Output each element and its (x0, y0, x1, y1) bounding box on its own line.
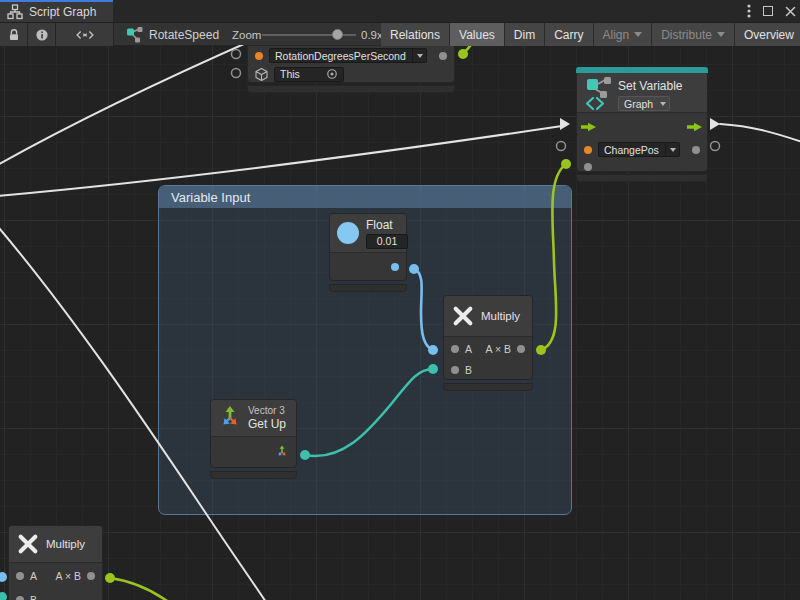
input-port-a[interactable] (451, 345, 459, 353)
graph-hierarchy-icon (7, 4, 23, 20)
port-label-a: A (465, 343, 472, 355)
tab-bar: Script Graph (0, 0, 800, 22)
graph-breadcrumb-icon (126, 27, 143, 43)
toolbar-left-buttons (0, 23, 114, 46)
target-object-value: This (280, 68, 300, 80)
vector3-output-port-icon[interactable] (275, 445, 289, 459)
float-value: 0.01 (377, 235, 397, 247)
distribute-dropdown-button[interactable]: Distribute (652, 23, 735, 46)
maximize-icon[interactable] (763, 6, 773, 16)
zoom-slider-handle[interactable] (332, 29, 343, 40)
graph-breadcrumb[interactable]: RotateSpeed (126, 23, 219, 46)
node-title: Get Up (248, 417, 286, 431)
port-label-b: B (30, 594, 37, 600)
value-output-port[interactable] (391, 263, 399, 271)
variable-name-port[interactable] (584, 146, 592, 154)
multiply-icon (17, 533, 39, 555)
code-brackets-icon (75, 28, 95, 42)
float-header: Float 0.01 (330, 214, 406, 253)
float-value-field[interactable]: 0.01 (366, 234, 408, 249)
multiply-header: Multiply (444, 296, 532, 337)
port-label-a: A (30, 570, 37, 582)
info-icon (35, 28, 49, 42)
overview-button[interactable]: Overview (735, 23, 800, 46)
get-up-output-row (211, 437, 296, 467)
values-button[interactable]: Values (450, 23, 505, 46)
set-variable-icon (585, 77, 611, 111)
kebab-menu-icon[interactable] (747, 4, 751, 18)
node-title: Multiply (481, 310, 520, 322)
output-port-result[interactable] (517, 345, 525, 353)
node-set-variable[interactable]: Set Variable Graph ChangePos (576, 72, 708, 172)
multiply-row-b: B (444, 360, 532, 380)
align-dropdown-button[interactable]: Align (594, 23, 653, 46)
lock-button[interactable] (0, 23, 28, 46)
node-title: Set Variable (618, 79, 682, 93)
output-port-result[interactable] (87, 572, 95, 580)
node-float-literal[interactable]: Float 0.01 (329, 213, 407, 281)
input-port-b[interactable] (451, 366, 459, 374)
input-port-a[interactable] (16, 572, 24, 580)
value-input-port[interactable] (584, 163, 592, 171)
variable-name-port[interactable] (255, 52, 263, 60)
dropdown-arrow-icon[interactable] (412, 49, 426, 62)
dim-button[interactable]: Dim (505, 23, 545, 46)
set-variable-name-row: ChangePos (577, 140, 707, 159)
port-label-b: B (465, 364, 472, 376)
multiply-row-b: B (9, 589, 102, 600)
value-output-port[interactable] (692, 146, 700, 154)
flow-input-arrow-icon[interactable] (581, 122, 597, 132)
carry-button[interactable]: Carry (545, 23, 593, 46)
dropdown-arrow-icon[interactable] (665, 143, 679, 156)
graph-toolbar: RotateSpeed Zoom 0.9x Relations Values D… (0, 22, 800, 45)
multiply-row-a: A A × B (444, 337, 532, 360)
node-footer (329, 284, 407, 292)
port-label-result: A × B (486, 343, 511, 355)
multiply-header: Multiply (9, 526, 102, 563)
float-type-icon (337, 222, 359, 244)
vector3-icon (217, 405, 243, 431)
graph-breadcrumb-label: RotateSpeed (149, 28, 219, 42)
chevron-down-icon (717, 32, 725, 37)
object-picker-icon[interactable] (326, 68, 338, 80)
toolbar-buttons: Relations Values Dim Carry Align Distrib… (381, 23, 800, 46)
node-get-variable[interactable]: RotationDegreesPerSecond This (247, 45, 455, 83)
tab-title: Script Graph (29, 5, 96, 19)
value-output-port[interactable] (439, 52, 447, 60)
node-multiply[interactable]: Multiply A A × B B (443, 295, 533, 380)
multiply-icon (452, 305, 474, 327)
close-icon[interactable] (785, 6, 796, 17)
node-footer (210, 471, 297, 479)
group-header[interactable]: Variable Input (159, 186, 571, 208)
set-variable-input-row (577, 159, 707, 175)
script-graph-window: Variable Input (0, 0, 800, 600)
variable-name-dropdown[interactable]: ChangePos (598, 142, 680, 157)
control-flow-row (577, 113, 707, 140)
variable-name-value: RotationDegreesPerSecond (270, 50, 412, 62)
variable-name-value: ChangePos (599, 144, 665, 156)
multiply-row-a: A A × B (9, 563, 102, 589)
node-vector3-get-up[interactable]: Vector 3 Get Up (210, 399, 297, 468)
window-controls (747, 0, 796, 22)
node-title: Multiply (46, 538, 85, 550)
node-title: Float (366, 218, 393, 232)
input-port-b[interactable] (16, 596, 24, 600)
get-variable-name-row: RotationDegreesPerSecond (248, 46, 454, 65)
node-multiply-bottom[interactable]: Multiply A A × B B (8, 525, 103, 600)
target-object-field[interactable]: This (274, 67, 344, 82)
lock-icon (7, 28, 21, 42)
node-footer (247, 85, 455, 93)
zoom-label: Zoom (232, 23, 261, 46)
code-view-button[interactable] (56, 23, 114, 46)
variable-name-dropdown[interactable]: RotationDegreesPerSecond (269, 48, 427, 63)
cube-icon (255, 68, 268, 81)
node-footer (576, 174, 708, 182)
info-button[interactable] (28, 23, 56, 46)
tab-script-graph[interactable]: Script Graph (0, 0, 113, 22)
flow-output-arrow-icon[interactable] (687, 122, 703, 132)
selection-highlight (576, 67, 708, 73)
relations-button[interactable]: Relations (381, 23, 450, 46)
get-up-header: Vector 3 Get Up (211, 400, 296, 437)
variable-kind-dropdown[interactable]: Graph (618, 96, 670, 111)
dropdown-arrow-icon (656, 97, 669, 110)
